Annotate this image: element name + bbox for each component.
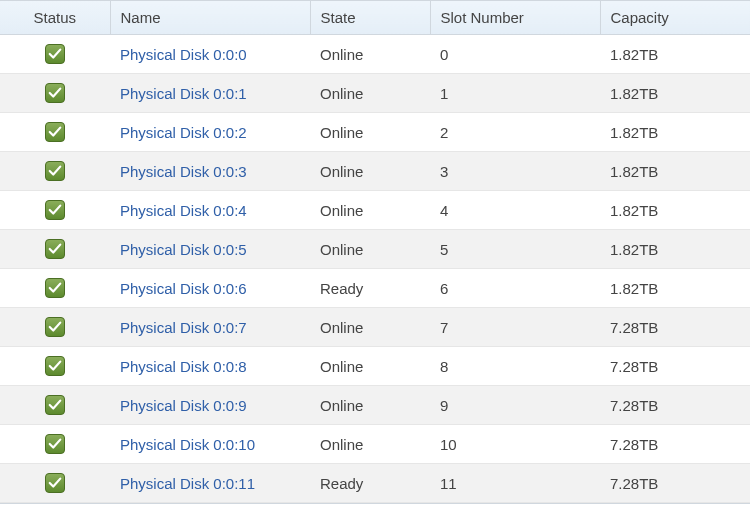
disk-slot-number: 11 — [430, 464, 600, 503]
disk-name-link[interactable]: Physical Disk 0:0:4 — [110, 191, 310, 230]
disk-state: Ready — [310, 464, 430, 503]
checkmark-icon — [45, 122, 65, 142]
disk-state: Online — [310, 152, 430, 191]
disk-capacity: 7.28TB — [600, 308, 750, 347]
disk-slot-number: 7 — [430, 308, 600, 347]
disk-name-link[interactable]: Physical Disk 0:0:2 — [110, 113, 310, 152]
status-cell — [0, 425, 110, 464]
checkmark-icon — [45, 434, 65, 454]
disk-name-link[interactable]: Physical Disk 0:0:0 — [110, 35, 310, 74]
disk-slot-number: 9 — [430, 386, 600, 425]
checkmark-icon — [45, 356, 65, 376]
table-row[interactable]: Physical Disk 0:0:4Online41.82TB — [0, 191, 750, 230]
disk-capacity: 1.82TB — [600, 230, 750, 269]
status-cell — [0, 308, 110, 347]
column-header-name[interactable]: Name — [110, 1, 310, 35]
checkmark-icon — [45, 83, 65, 103]
disk-capacity: 7.28TB — [600, 464, 750, 503]
disk-slot-number: 10 — [430, 425, 600, 464]
disk-name-link[interactable]: Physical Disk 0:0:8 — [110, 347, 310, 386]
checkmark-icon — [45, 395, 65, 415]
disk-capacity: 1.82TB — [600, 113, 750, 152]
disk-name-link[interactable]: Physical Disk 0:0:11 — [110, 464, 310, 503]
table-row[interactable]: Physical Disk 0:0:2Online21.82TB — [0, 113, 750, 152]
disk-slot-number: 2 — [430, 113, 600, 152]
disk-slot-number: 0 — [430, 35, 600, 74]
checkmark-icon — [45, 473, 65, 493]
disk-name-link[interactable]: Physical Disk 0:0:10 — [110, 425, 310, 464]
disk-capacity: 7.28TB — [600, 386, 750, 425]
status-cell — [0, 113, 110, 152]
table-row[interactable]: Physical Disk 0:0:3Online31.82TB — [0, 152, 750, 191]
table-row[interactable]: Physical Disk 0:0:6Ready61.82TB — [0, 269, 750, 308]
disk-slot-number: 3 — [430, 152, 600, 191]
table-row[interactable]: Physical Disk 0:0:5Online51.82TB — [0, 230, 750, 269]
status-cell — [0, 191, 110, 230]
column-header-state[interactable]: State — [310, 1, 430, 35]
disk-slot-number: 6 — [430, 269, 600, 308]
disk-state: Online — [310, 425, 430, 464]
disk-state: Online — [310, 74, 430, 113]
disk-capacity: 7.28TB — [600, 347, 750, 386]
disk-state: Online — [310, 191, 430, 230]
disk-capacity: 1.82TB — [600, 191, 750, 230]
status-cell — [0, 386, 110, 425]
table-row[interactable]: Physical Disk 0:0:0Online01.82TB — [0, 35, 750, 74]
disk-state: Online — [310, 35, 430, 74]
column-header-capacity[interactable]: Capacity — [600, 1, 750, 35]
disk-slot-number: 5 — [430, 230, 600, 269]
disk-name-link[interactable]: Physical Disk 0:0:3 — [110, 152, 310, 191]
checkmark-icon — [45, 317, 65, 337]
table-row[interactable]: Physical Disk 0:0:11Ready117.28TB — [0, 464, 750, 503]
disk-name-link[interactable]: Physical Disk 0:0:6 — [110, 269, 310, 308]
disk-slot-number: 1 — [430, 74, 600, 113]
checkmark-icon — [45, 161, 65, 181]
disk-capacity: 1.82TB — [600, 74, 750, 113]
table-row[interactable]: Physical Disk 0:0:7Online77.28TB — [0, 308, 750, 347]
disk-state: Online — [310, 347, 430, 386]
status-cell — [0, 464, 110, 503]
disk-name-link[interactable]: Physical Disk 0:0:1 — [110, 74, 310, 113]
status-cell — [0, 35, 110, 74]
disk-capacity: 1.82TB — [600, 152, 750, 191]
disk-state: Online — [310, 308, 430, 347]
status-cell — [0, 347, 110, 386]
status-cell — [0, 152, 110, 191]
table-header-row: Status Name State Slot Number Capacity — [0, 1, 750, 35]
disk-state: Ready — [310, 269, 430, 308]
disk-name-link[interactable]: Physical Disk 0:0:9 — [110, 386, 310, 425]
table-row[interactable]: Physical Disk 0:0:9Online97.28TB — [0, 386, 750, 425]
status-cell — [0, 230, 110, 269]
disk-state: Online — [310, 230, 430, 269]
disk-capacity: 7.28TB — [600, 425, 750, 464]
status-cell — [0, 74, 110, 113]
disk-name-link[interactable]: Physical Disk 0:0:5 — [110, 230, 310, 269]
disk-slot-number: 4 — [430, 191, 600, 230]
physical-disks-table: Status Name State Slot Number Capacity P… — [0, 1, 750, 503]
disk-capacity: 1.82TB — [600, 35, 750, 74]
checkmark-icon — [45, 44, 65, 64]
checkmark-icon — [45, 278, 65, 298]
status-cell — [0, 269, 110, 308]
column-header-status[interactable]: Status — [0, 1, 110, 35]
disk-state: Online — [310, 386, 430, 425]
checkmark-icon — [45, 239, 65, 259]
table-row[interactable]: Physical Disk 0:0:8Online87.28TB — [0, 347, 750, 386]
disk-slot-number: 8 — [430, 347, 600, 386]
checkmark-icon — [45, 200, 65, 220]
table-row[interactable]: Physical Disk 0:0:1Online11.82TB — [0, 74, 750, 113]
disk-state: Online — [310, 113, 430, 152]
disk-capacity: 1.82TB — [600, 269, 750, 308]
column-header-slot[interactable]: Slot Number — [430, 1, 600, 35]
disk-name-link[interactable]: Physical Disk 0:0:7 — [110, 308, 310, 347]
table-row[interactable]: Physical Disk 0:0:10Online107.28TB — [0, 425, 750, 464]
